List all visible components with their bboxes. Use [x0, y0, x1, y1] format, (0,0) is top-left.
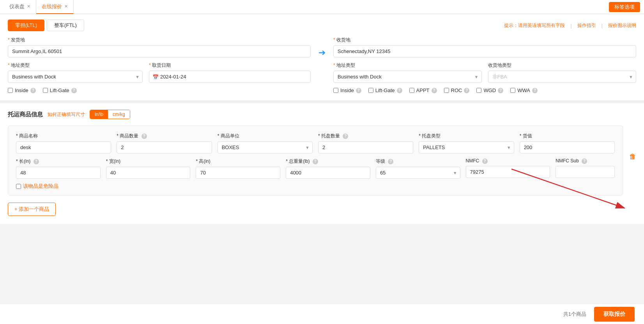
item-qty-help[interactable]: ?: [142, 134, 147, 139]
dest-wgd-help[interactable]: ?: [498, 88, 503, 93]
item-width-field: * 宽(in): [106, 158, 191, 179]
origin-addr-type-select[interactable]: Business with Dock Business without Dock…: [8, 71, 143, 83]
dest-appt-checkbox[interactable]: APPT ?: [409, 87, 437, 93]
dest-roc-help[interactable]: ?: [464, 88, 469, 93]
dest-appt-label: APPT: [416, 87, 430, 93]
dest-addr-type-select[interactable]: Business with Dock Business without Dock…: [333, 71, 482, 83]
add-item-button[interactable]: + 添加一个商品: [8, 203, 56, 216]
item-length-field: * 长(in) ?: [16, 158, 101, 179]
item-class-help[interactable]: ?: [388, 159, 393, 164]
direction-arrow: ➔: [318, 48, 326, 58]
pickup-date-wrapper: 📅: [149, 71, 311, 83]
dest-roc-input[interactable]: [444, 88, 449, 93]
delete-btn-wrapper: 🗑: [629, 125, 636, 165]
tab-dashboard[interactable]: 仪表盘 ✕: [4, 0, 36, 14]
mode-hints: 提示：请用英语填写所有字段 | 操作指引 | 报价图示说明: [504, 22, 636, 29]
item-nmfc-sub-input[interactable]: [556, 166, 615, 178]
tab-bar-left: 仪表盘 ✕ 在线报价 ✕: [4, 0, 74, 14]
dest-wwa-help[interactable]: ?: [532, 88, 538, 93]
item-nmfc-label: NMFC ?: [466, 158, 550, 164]
item-unit-select-wrapper: BOXES PALLETS CRATES PIECES ▼: [218, 141, 313, 153]
item-name-input[interactable]: [16, 141, 111, 153]
how-to-link[interactable]: 如何正确填写尺寸: [48, 111, 85, 118]
item-height-input[interactable]: [196, 167, 280, 179]
item-nmfc-input[interactable]: [466, 166, 550, 178]
dest-liftgate-checkbox[interactable]: Lift-Gate ?: [368, 87, 402, 93]
origin-liftgate-help[interactable]: ?: [71, 88, 77, 93]
dest-addr-type-label: 地址类型: [333, 62, 482, 69]
item-height-label: * 高(in): [196, 158, 280, 165]
goods-section: 托运商品信息 如何正确填写尺寸 in/lb cm/kg * 商品名称: [0, 103, 644, 224]
item-nmfc-sub-help[interactable]: ?: [582, 158, 587, 164]
origin-liftgate-input[interactable]: [43, 88, 48, 93]
dest-type2-select[interactable]: 非FBA: [488, 71, 637, 83]
goods-header: 托运商品信息 如何正确填写尺寸 in/lb cm/kg: [8, 110, 636, 119]
item-class-select[interactable]: 505560 65 7077.585 92.5100110 125150175 …: [376, 167, 460, 179]
ltl-mode-button[interactable]: 零担(LTL): [8, 20, 44, 31]
tab-online-quote[interactable]: 在线报价 ✕: [36, 0, 74, 14]
dest-liftgate-help[interactable]: ?: [397, 88, 402, 93]
tab-dashboard-close[interactable]: ✕: [27, 4, 30, 9]
ftl-mode-button[interactable]: 整车(FTL): [47, 20, 84, 31]
tab-online-quote-close[interactable]: ✕: [64, 4, 68, 9]
item-length-label: * 长(in) ?: [16, 158, 101, 165]
item-qty-field: * 商品数量 ?: [117, 133, 212, 153]
mode-tabs-row: 零担(LTL) 整车(FTL) 提示：请用英语填写所有字段 | 操作指引 | 报…: [8, 20, 636, 31]
origin-inside-checkbox[interactable]: Inside ?: [8, 87, 36, 93]
calendar-icon: 📅: [152, 74, 159, 80]
origin-inside-help[interactable]: ?: [30, 88, 36, 93]
dest-bottom-row: 地址类型 Business with Dock Business without…: [333, 62, 636, 83]
item-weight-help[interactable]: ?: [313, 159, 318, 164]
dest-wgd-label: WGD: [483, 87, 496, 93]
dest-wwa-checkbox[interactable]: WWA ?: [510, 87, 538, 93]
item-weight-input[interactable]: [286, 167, 370, 179]
dest-wgd-checkbox[interactable]: WGD ?: [476, 87, 503, 93]
item-width-input[interactable]: [106, 167, 191, 179]
item-pallet-type-field: * 托盘类型 PALLETS SKIDS OTHER ▼: [419, 133, 514, 153]
item-class-label: 等级 ?: [376, 158, 460, 165]
origin-liftgate-checkbox[interactable]: Lift-Gate ?: [43, 87, 77, 93]
item-cargo-value-input[interactable]: [520, 141, 615, 153]
origin-addr-type-col: 地址类型 Business with Dock Business without…: [8, 62, 143, 83]
item-pallet-type-select[interactable]: PALLETS SKIDS OTHER: [419, 141, 514, 153]
item-length-input[interactable]: [16, 167, 101, 179]
item-length-help[interactable]: ?: [34, 159, 39, 164]
quote-icon-link[interactable]: 报价图示说明: [608, 22, 636, 29]
unit-cmkg-tab[interactable]: cm/kg: [108, 110, 130, 119]
item-pallet-qty-field: * 托盘数量 ?: [318, 133, 413, 153]
dest-inside-help[interactable]: ?: [356, 88, 361, 93]
dangerous-checkbox[interactable]: 该物品是危险品: [16, 183, 615, 190]
dest-roc-label: ROC: [451, 87, 462, 93]
pickup-date-input[interactable]: [149, 71, 311, 83]
dest-appt-input[interactable]: [409, 88, 414, 93]
item-name-field: * 商品名称: [16, 133, 111, 153]
item-unit-select[interactable]: BOXES PALLETS CRATES PIECES: [218, 141, 313, 153]
unit-inlb-tab[interactable]: in/lb: [90, 110, 108, 119]
origin-label: 发货地: [8, 37, 311, 43]
dest-wwa-input[interactable]: [510, 88, 515, 93]
origin-input[interactable]: [8, 45, 311, 57]
dangerous-input[interactable]: [16, 184, 21, 189]
dest-input[interactable]: [333, 45, 636, 57]
item-width-label: * 宽(in): [106, 158, 191, 165]
item-nmfc-sub-field: NMFC Sub ?: [556, 158, 615, 178]
item-cargo-value-field: * 货值: [520, 133, 615, 153]
arrow-col: ➔: [318, 37, 326, 58]
origin-inside-input[interactable]: [8, 88, 13, 93]
dest-appt-help[interactable]: ?: [432, 88, 437, 93]
item-pallet-qty-input[interactable]: [318, 141, 413, 153]
dest-inside-checkbox[interactable]: Inside ?: [333, 87, 361, 93]
label-options-button[interactable]: 标签选项: [609, 2, 640, 12]
dest-wgd-input[interactable]: [476, 88, 481, 93]
item-nmfc-help[interactable]: ?: [482, 158, 488, 164]
dest-inside-input[interactable]: [333, 88, 338, 93]
dest-roc-checkbox[interactable]: ROC ?: [444, 87, 470, 93]
delete-item-button[interactable]: 🗑: [629, 153, 636, 161]
item-pallet-qty-help[interactable]: ?: [343, 134, 348, 139]
item-cargo-value-label: * 货值: [520, 133, 615, 139]
tab-online-quote-label: 在线报价: [42, 3, 62, 10]
item-qty-input[interactable]: [117, 141, 212, 153]
dest-liftgate-input[interactable]: [368, 88, 373, 93]
operation-guide-link[interactable]: 操作指引: [577, 22, 596, 29]
item-unit-field: * 商品单位 BOXES PALLETS CRATES PIECES ▼: [218, 133, 313, 153]
